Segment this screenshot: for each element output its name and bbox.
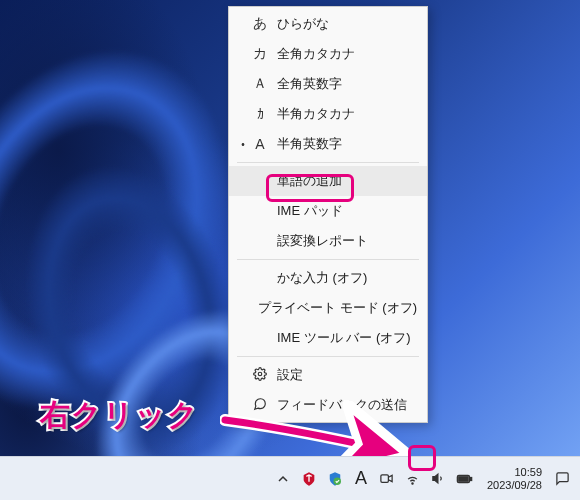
- menu-item-halfwidth-alnum[interactable]: • A 半角英数字: [229, 129, 427, 159]
- menu-item-settings[interactable]: 設定: [229, 360, 427, 390]
- svg-rect-2: [381, 475, 389, 483]
- battery-icon[interactable]: [453, 465, 477, 493]
- notification-center-icon[interactable]: [550, 465, 574, 493]
- clock-time: 10:59: [514, 466, 542, 479]
- gear-icon: [249, 367, 271, 384]
- edge-security-icon[interactable]: [323, 465, 347, 493]
- tray-overflow-chevron-icon[interactable]: [271, 465, 295, 493]
- mode-glyph: あ: [249, 15, 271, 33]
- menu-label: 全角カタカナ: [277, 45, 417, 63]
- menu-label: フィードバックの送信: [277, 396, 417, 414]
- menu-item-kana-input[interactable]: かな入力 (オフ): [229, 263, 427, 293]
- system-tray: A 10:59 2023/09/28: [271, 465, 574, 493]
- mode-glyph: ｶ: [249, 106, 271, 122]
- menu-item-add-word[interactable]: 単語の追加: [229, 166, 427, 196]
- svg-rect-6: [459, 476, 468, 480]
- menu-label: 単語の追加: [277, 172, 417, 190]
- menu-separator: [237, 356, 419, 357]
- menu-item-ime-pad[interactable]: IME パッド: [229, 196, 427, 226]
- meet-now-icon[interactable]: [375, 465, 399, 493]
- menu-label: かな入力 (オフ): [277, 269, 417, 287]
- menu-item-ime-toolbar[interactable]: IME ツール バー (オフ): [229, 323, 427, 353]
- menu-item-feedback[interactable]: フィードバックの送信: [229, 390, 427, 420]
- menu-item-hiragana[interactable]: あ ひらがな: [229, 9, 427, 39]
- menu-item-misconversion-report[interactable]: 誤変換レポート: [229, 226, 427, 256]
- mcafee-icon[interactable]: [297, 465, 321, 493]
- menu-label: プライベート モード (オフ): [258, 299, 417, 317]
- svg-point-0: [258, 372, 262, 376]
- taskbar-clock[interactable]: 10:59 2023/09/28: [479, 466, 548, 492]
- menu-label: IME パッド: [277, 202, 417, 220]
- ime-context-menu: あ ひらがな カ 全角カタカナ Ａ 全角英数字 ｶ 半角カタカナ • A 半角英…: [228, 6, 428, 423]
- menu-label: 誤変換レポート: [277, 232, 417, 250]
- svg-point-3: [412, 483, 413, 484]
- menu-label: 設定: [277, 366, 417, 384]
- svg-rect-5: [471, 477, 472, 480]
- menu-separator: [237, 259, 419, 260]
- taskbar: A 10:59 2023/09/28: [0, 456, 580, 500]
- menu-item-fullwidth-alnum[interactable]: Ａ 全角英数字: [229, 69, 427, 99]
- volume-icon[interactable]: [427, 465, 451, 493]
- menu-item-fullwidth-katakana[interactable]: カ 全角カタカナ: [229, 39, 427, 69]
- check-mark: •: [237, 139, 249, 150]
- feedback-icon: [249, 397, 271, 414]
- menu-label: ひらがな: [277, 15, 417, 33]
- menu-label: 半角英数字: [277, 135, 417, 153]
- ime-indicator[interactable]: A: [349, 465, 373, 493]
- mode-glyph: カ: [249, 45, 271, 63]
- annotation-right-click-label: 右クリック: [40, 395, 199, 436]
- mode-glyph: Ａ: [249, 75, 271, 93]
- mode-glyph: A: [249, 136, 271, 152]
- wifi-icon[interactable]: [401, 465, 425, 493]
- menu-label: 半角カタカナ: [277, 105, 417, 123]
- menu-item-private-mode[interactable]: プライベート モード (オフ): [229, 293, 427, 323]
- menu-item-halfwidth-katakana[interactable]: ｶ 半角カタカナ: [229, 99, 427, 129]
- menu-separator: [237, 162, 419, 163]
- menu-label: IME ツール バー (オフ): [277, 329, 417, 347]
- clock-date: 2023/09/28: [487, 479, 542, 492]
- menu-label: 全角英数字: [277, 75, 417, 93]
